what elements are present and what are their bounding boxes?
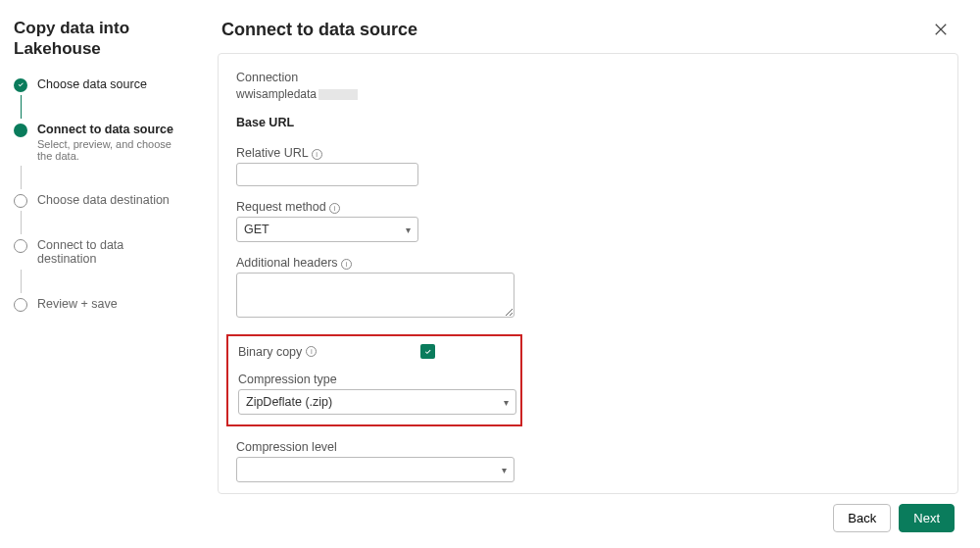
pending-step-icon: [14, 194, 27, 208]
close-icon: [934, 23, 948, 36]
compression-type-label: Compression type: [238, 373, 511, 386]
step-label: Choose data source: [37, 77, 182, 91]
wizard-sidebar: Copy data into Lakehouse Choose data sou…: [0, 0, 196, 548]
relative-url-group: Relative URL i: [236, 146, 940, 186]
pending-step-icon: [14, 239, 27, 253]
compression-level-label: Compression level: [236, 440, 940, 454]
info-icon[interactable]: i: [306, 346, 317, 357]
binary-copy-row: Binary copy i: [238, 344, 511, 359]
step-label: Connect to data destination: [37, 238, 182, 266]
step-connector: [21, 211, 183, 234]
chevron-down-icon: ▾: [502, 465, 507, 475]
select-value: ZipDeflate (.zip): [246, 395, 332, 409]
step-label: Review + save: [37, 297, 182, 311]
info-icon[interactable]: i: [329, 203, 340, 214]
step-connector: [21, 166, 183, 189]
compression-level-select[interactable]: ▾: [236, 457, 514, 482]
main-content: Connect to data source Connection wwisam…: [196, 0, 980, 548]
redacted-text: [318, 89, 358, 100]
step-sublabel: Select, preview, and choose the data.: [37, 138, 182, 162]
binary-copy-checkbox[interactable]: [420, 344, 435, 359]
compression-type-group: Compression type ZipDeflate (.zip) ▾: [238, 373, 511, 415]
chevron-down-icon: ▾: [504, 397, 509, 408]
info-icon[interactable]: i: [341, 259, 352, 270]
binary-copy-label: Binary copy i: [238, 345, 317, 359]
additional-headers-input[interactable]: [236, 273, 514, 318]
connection-group: Connection wwisampledata: [236, 70, 940, 101]
select-value: GET: [244, 223, 270, 236]
main-header: Connect to data source: [218, 16, 958, 43]
base-url-label: Base URL: [236, 116, 294, 129]
highlighted-section: Binary copy i Compression type ZipDeflat…: [226, 334, 522, 426]
chevron-down-icon: ▾: [406, 224, 411, 235]
step-connect-to-data-source[interactable]: Connect to data source Select, preview, …: [14, 123, 182, 162]
step-choose-data-source[interactable]: Choose data source: [14, 77, 182, 91]
step-connector: [21, 95, 183, 119]
relative-url-label: Relative URL i: [236, 146, 940, 160]
pending-step-icon: [14, 298, 27, 312]
additional-headers-label: Additional headers i: [236, 256, 940, 270]
compression-level-group: Compression level ▾: [236, 440, 940, 482]
info-icon[interactable]: i: [312, 149, 322, 160]
footer-actions: Back Next: [218, 494, 958, 532]
relative-url-input[interactable]: [236, 163, 418, 186]
form-panel: Connection wwisampledata Base URL Relati…: [218, 53, 958, 494]
current-step-icon: [14, 124, 27, 137]
request-method-group: Request method i GET ▾: [236, 200, 940, 242]
connection-label: Connection: [236, 71, 298, 84]
step-choose-data-destination[interactable]: Choose data destination: [14, 193, 182, 207]
additional-headers-group: Additional headers i: [236, 256, 940, 321]
step-label: Connect to data source: [37, 123, 182, 136]
step-label: Choose data destination: [37, 193, 182, 207]
connection-value: wwisampledata: [236, 87, 940, 101]
base-url-group: Base URL: [236, 115, 940, 132]
check-icon: [423, 347, 433, 357]
close-button[interactable]: [927, 16, 955, 43]
check-circle-icon: [14, 78, 27, 92]
compression-type-select[interactable]: ZipDeflate (.zip) ▾: [238, 389, 516, 415]
page-title: Connect to data source: [221, 20, 417, 40]
next-button[interactable]: Next: [899, 504, 955, 532]
request-method-label: Request method i: [236, 200, 940, 214]
step-connect-to-data-destination[interactable]: Connect to data destination: [14, 238, 182, 266]
wizard-title: Copy data into Lakehouse: [14, 18, 182, 60]
back-button[interactable]: Back: [833, 504, 891, 532]
request-method-select[interactable]: GET ▾: [236, 217, 418, 242]
step-connector: [21, 270, 183, 293]
step-review-save[interactable]: Review + save: [14, 297, 182, 311]
